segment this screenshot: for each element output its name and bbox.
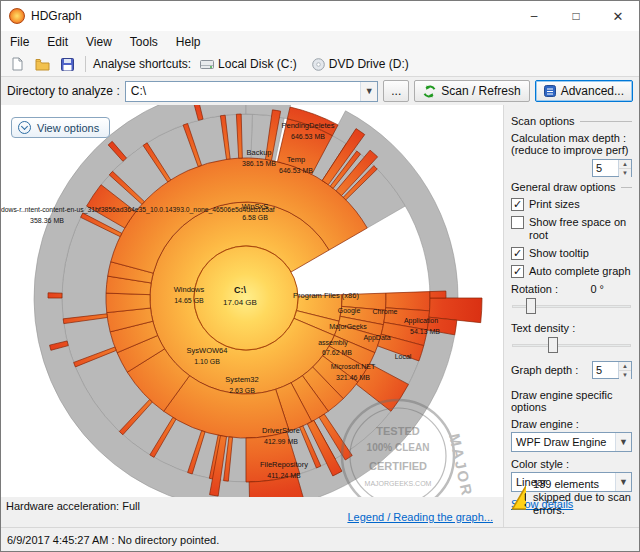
save-button[interactable] [56,54,78,75]
chart-label: Google [338,307,361,315]
checkbox-show-tooltip[interactable]: ✓ Show tooltip [511,247,632,260]
chart-label: FileRepository [260,460,308,469]
draw-engine-select[interactable]: WPF Draw Engine ▼ [511,432,632,452]
checkbox-show-free-space[interactable]: Show free space on root [511,216,632,242]
chart-label: Application [404,317,438,325]
minimize-button[interactable]: – [513,2,555,31]
analyse-shortcuts-label: Analyse shortcuts: [93,57,191,71]
save-floppy-icon [61,58,74,71]
dvd-icon [312,58,325,71]
legend-link[interactable]: Legend / Reading the graph... [347,511,493,523]
chart-label: assembly [318,339,348,347]
menu-view[interactable]: View [77,33,121,51]
calc-depth-stepper[interactable]: 5 ▲ ▼ [592,159,632,177]
calc-depth-down-button[interactable]: ▼ [619,169,631,177]
draw-engine-value: WPF Draw Engine [512,436,615,448]
open-button[interactable] [31,54,53,75]
scan-refresh-button[interactable]: Scan / Refresh [414,80,529,102]
maximize-button[interactable]: □ [555,2,597,31]
checkbox-box[interactable]: ✓ [511,198,524,211]
scan-options-title: Scan options [511,115,575,127]
refresh-icon [423,85,436,98]
directory-combobox[interactable]: C:\ ▼ [125,81,379,102]
checkbox-auto-complete-graph[interactable]: ✓ Auto complete graph [511,265,632,278]
chart-label: MajorGeeks [329,323,367,331]
checkbox-print-sizes[interactable]: ✓ Print sizes [511,198,632,211]
advanced-options-icon [544,85,556,97]
chart-label: 646.53 MB [291,133,325,140]
shortcut-dvd-button[interactable]: DVD Drive (D:) [306,55,415,73]
local-disk-icon [200,59,214,70]
warning-icon [511,484,526,511]
graph-depth-up-button[interactable]: ▲ [619,362,631,371]
chart-label: 14.65 GB [174,297,204,304]
checkbox-box[interactable]: ✓ [511,265,524,278]
toolbar: Analyse shortcuts: Local Disk (C:) DVD D… [1,52,639,77]
scan-options-group: Scan options [511,115,632,127]
chart-label: 2.63 GB [229,387,255,394]
chevron-down-icon [18,121,31,134]
rotation-slider[interactable] [512,297,631,315]
close-button[interactable]: ✕ [597,2,639,31]
checkbox-label: Auto complete graph [529,265,631,278]
chart-label: 1.10 GB [194,358,220,365]
shortcut-local-disk-button[interactable]: Local Disk (C:) [194,55,303,73]
menubar: File Edit View Tools Help [1,31,639,52]
browse-button[interactable]: ... [383,80,409,102]
advanced-button[interactable]: Advanced... [535,80,633,102]
graph-depth-down-button[interactable]: ▼ [619,371,631,379]
text-density-label: Text density : [511,322,632,334]
chart-label: 358.36 MB [30,217,64,224]
calc-depth-value: 5 [593,160,618,176]
graph-depth-stepper[interactable]: 5 ▲ ▼ [592,361,632,379]
text-density-slider-track[interactable] [512,344,631,347]
chart-segment[interactable] [48,293,62,298]
app-icon [9,8,25,24]
chart-label: DriverStore [262,426,300,435]
chart-label: dows-r..ntent-content-en-us_31bf3856ad36… [1,206,275,214]
svg-text:MAJORGEEKS.COM: MAJORGEEKS.COM [365,480,432,487]
window-title: HDGraph [31,9,513,23]
chart-segment[interactable] [430,291,446,298]
calc-depth-hint: (reduce to improve perf) [511,144,632,156]
view-options-button[interactable]: View options [11,117,110,138]
dropdown-arrow-icon: ▼ [615,433,631,451]
checkbox-box[interactable]: ✓ [511,247,524,260]
warning-text: 139 elements skipped due to scan errors. [533,478,634,517]
chart-label: C:\ [234,285,246,295]
color-style-label: Color style : [511,458,632,470]
menu-help[interactable]: Help [167,33,210,51]
chart-label: Windows [174,285,205,294]
open-folder-icon [35,58,50,71]
disk-usage-sunburst-chart[interactable]: PendingDeletes646.53 MBBackup386.15 MBTe… [1,105,503,497]
checkbox-label: Print sizes [529,198,580,211]
directory-value: C:\ [126,84,361,98]
chart-label: 17.04 GB [223,298,257,307]
text-density-slider-thumb[interactable] [548,337,558,353]
chart-label: Chrome [373,308,398,315]
checkbox-box[interactable] [511,216,524,229]
hdgraph-window: HDGraph – □ ✕ File Edit View Tools Help [0,0,640,552]
rotation-slider-thumb[interactable] [526,298,536,314]
general-draw-options-group: General draw options [511,181,632,193]
general-draw-options-title: General draw options [511,181,616,193]
menu-edit[interactable]: Edit [38,33,77,51]
chart-label: 321.46 MB [336,374,370,381]
chart-label: SysWOW64 [187,346,228,355]
menu-file[interactable]: File [1,33,38,51]
rotation-value: 0 ° [590,283,604,295]
titlebar: HDGraph – □ ✕ [1,1,639,31]
svg-text:100% CLEAN: 100% CLEAN [367,442,430,453]
chart-label: 54.13 MB [410,328,440,335]
menu-tools[interactable]: Tools [121,33,167,51]
engine-options-title: Draw engine specific options [511,389,627,413]
chart-area: View options Pendi [1,105,503,497]
chart-label: Microsoft.NET [331,363,376,370]
combo-arrow-icon[interactable]: ▼ [360,82,377,101]
text-density-slider[interactable] [512,336,631,354]
calc-depth-up-button[interactable]: ▲ [619,160,631,169]
graph-depth-value: 5 [593,362,618,378]
new-analysis-button[interactable] [6,54,28,75]
svg-text:CERTIFIED: CERTIFIED [369,460,427,472]
hardware-acceleration-text: Hardware acceleration: Full [6,500,140,512]
